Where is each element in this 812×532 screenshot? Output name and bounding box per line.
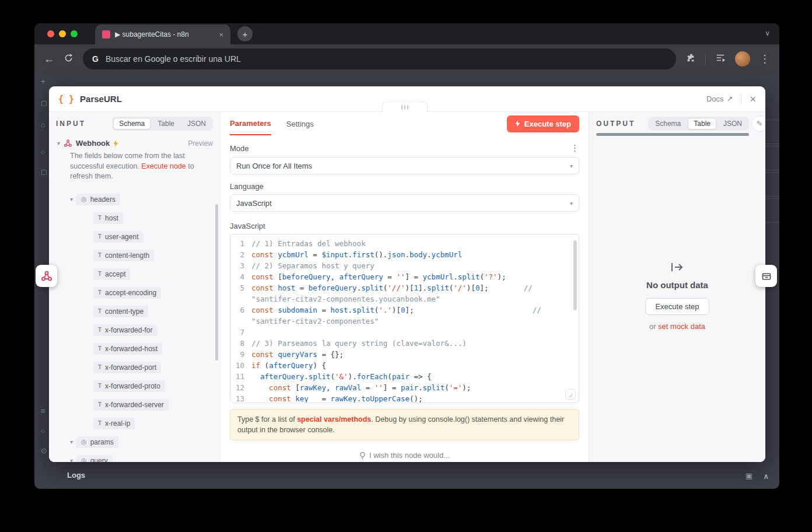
chevron-down-icon[interactable]: ▾ bbox=[70, 439, 73, 445]
output-execute-step-button[interactable]: Execute step bbox=[645, 298, 709, 315]
wish-feedback-link[interactable]: I wish this node would... bbox=[220, 451, 589, 460]
code-line[interactable]: 13 const key = rawKey.toUpperCase(); bbox=[230, 393, 579, 403]
language-select[interactable]: JavaScript ▾ bbox=[230, 194, 579, 212]
schema-field-x-forwarded-server[interactable]: Tx-forwarded-server bbox=[49, 396, 220, 414]
input-scrollbar[interactable] bbox=[215, 204, 218, 360]
new-tab-button[interactable]: + bbox=[237, 26, 253, 41]
schema-field-x-forwarded-host[interactable]: Tx-forwarded-host bbox=[49, 340, 220, 358]
browser-menu-button[interactable]: ⋮ bbox=[760, 54, 770, 64]
code-line[interactable]: 4const [beforeQuery, afterQuery = ''] = … bbox=[230, 271, 579, 282]
output-tab-schema[interactable]: Schema bbox=[649, 118, 687, 130]
chevron-down-icon[interactable]: ▾ bbox=[70, 457, 73, 462]
logs-toggle[interactable]: Logs bbox=[67, 471, 85, 480]
chevron-down-icon[interactable]: ▾ bbox=[70, 196, 73, 202]
schema-field-content-type[interactable]: Tcontent-type bbox=[49, 302, 220, 321]
schema-field-x-forwarded-for[interactable]: Tx-forwarded-for bbox=[49, 321, 220, 340]
code-line[interactable]: 8// 3) Parseamos la query string (clave=… bbox=[230, 338, 579, 349]
edit-output-button[interactable]: ✎ bbox=[751, 116, 765, 132]
sidebar-list-icon[interactable]: ◻ bbox=[41, 167, 47, 176]
input-node-button[interactable] bbox=[36, 265, 57, 287]
maximize-window-button[interactable] bbox=[71, 30, 78, 37]
code-line[interactable]: 1// 1) Entradas del webhook bbox=[230, 238, 579, 249]
output-title: OUTPUT bbox=[596, 120, 635, 128]
output-arrow-icon bbox=[670, 262, 684, 272]
code-line[interactable]: 12 const [rawKey, rawVal = ''] = pair.sp… bbox=[230, 382, 579, 393]
mode-select[interactable]: Run Once for All Items ▾ bbox=[230, 157, 579, 174]
output-tab-json[interactable]: JSON bbox=[718, 118, 748, 130]
expand-editor-icon[interactable]: ◿ bbox=[565, 389, 576, 400]
special-vars-link[interactable]: special vars/methods bbox=[297, 415, 371, 424]
panel-toggle-icon[interactable]: ▣ bbox=[746, 471, 752, 480]
collapse-chevron-icon[interactable]: ∧ bbox=[763, 472, 769, 481]
browser-tab[interactable]: ▶ subagenteCitas - n8n × bbox=[95, 24, 230, 44]
schema-field-x-forwarded-port[interactable]: Tx-forwarded-port bbox=[49, 358, 220, 377]
schema-field-accept[interactable]: Taccept bbox=[49, 265, 220, 284]
profile-avatar[interactable] bbox=[735, 51, 750, 66]
mock-data-row: or set mock data bbox=[589, 322, 765, 331]
panel-drag-handle[interactable] bbox=[382, 102, 428, 113]
schema-field-content-length[interactable]: Tcontent-length bbox=[49, 246, 220, 265]
code-line[interactable]: 5const host = beforeQuery.split('//')[1]… bbox=[230, 282, 579, 304]
sidebar-menu-icon[interactable]: ≡ bbox=[41, 407, 46, 415]
schema-field-host[interactable]: Thost bbox=[49, 209, 220, 228]
output-tab-table[interactable]: Table bbox=[688, 118, 716, 130]
schema-field-user-agent[interactable]: Tuser-agent bbox=[49, 228, 220, 246]
editor-hint-box: Type $ for a list of special vars/method… bbox=[230, 409, 579, 440]
sidebar-home-icon[interactable]: ⌂ bbox=[41, 120, 46, 129]
close-window-button[interactable] bbox=[47, 30, 54, 37]
sidebar-clock-icon[interactable]: ○ bbox=[41, 426, 46, 435]
set-mock-data-link[interactable]: set mock data bbox=[658, 322, 705, 331]
code-line[interactable]: 2const ycbmUrl = $input.first().json.bod… bbox=[230, 249, 579, 260]
extensions-button[interactable] bbox=[685, 52, 696, 65]
schema-group-query[interactable]: ▾◎query bbox=[49, 452, 220, 463]
lightning-icon bbox=[515, 120, 520, 127]
code-line[interactable]: 10if (afterQuery) { bbox=[230, 360, 579, 371]
toolbar-actions: ⋮ bbox=[685, 51, 770, 66]
execute-step-button[interactable]: Execute step bbox=[507, 116, 579, 132]
back-button[interactable]: ← bbox=[44, 54, 54, 64]
code-line[interactable]: 7 bbox=[230, 327, 579, 338]
input-view-tabs: Schema Table JSON bbox=[112, 117, 213, 131]
docs-link[interactable]: Docs↗ bbox=[706, 94, 733, 103]
output-scrollbar[interactable] bbox=[596, 133, 749, 136]
desktop: ▶ subagenteCitas - n8n × + ∨ ← G Buscar … bbox=[0, 0, 812, 532]
tab-parameters[interactable]: Parameters bbox=[230, 112, 271, 135]
schema-group-headers[interactable]: ▾◎headers bbox=[49, 190, 220, 209]
code-line[interactable]: 3// 2) Separamos host y query bbox=[230, 260, 579, 271]
node-detail-modal: { } ParseURL Docs↗ × INPUT Schema Ta bbox=[49, 86, 765, 462]
schema-group-params[interactable]: ▾◎params bbox=[49, 433, 220, 452]
browser-toolbar: ← G Buscar en Google o escribir una URL bbox=[34, 44, 779, 74]
reload-button[interactable] bbox=[64, 53, 74, 65]
address-bar[interactable]: G Buscar en Google o escribir una URL bbox=[83, 48, 676, 69]
input-source-row[interactable]: ▾ Webhook Preview bbox=[49, 135, 220, 148]
input-tab-schema[interactable]: Schema bbox=[113, 118, 150, 130]
schema-field-x-forwarded-proto[interactable]: Tx-forwarded-proto bbox=[49, 377, 220, 396]
media-queue-button[interactable] bbox=[715, 52, 726, 65]
sidebar-panel-icon[interactable]: ◻ bbox=[41, 99, 47, 107]
parameter-options-icon[interactable]: ⋮ bbox=[570, 143, 579, 153]
schema-field-accept-encoding[interactable]: Taccept-encoding bbox=[49, 284, 220, 302]
tab-settings[interactable]: Settings bbox=[286, 120, 314, 128]
input-tab-table[interactable]: Table bbox=[152, 118, 180, 130]
sidebar-add-icon[interactable]: + bbox=[41, 77, 46, 86]
output-node-button[interactable] bbox=[755, 265, 777, 287]
editor-scrollbar[interactable] bbox=[573, 240, 577, 310]
tab-search-chevron-icon[interactable]: ∨ bbox=[765, 29, 770, 37]
schema-field-x-real-ip[interactable]: Tx-real-ip bbox=[49, 414, 220, 433]
input-tab-json[interactable]: JSON bbox=[181, 118, 212, 130]
mode-label: Mode bbox=[230, 144, 249, 153]
tab-close-icon[interactable]: × bbox=[219, 30, 223, 39]
close-modal-icon[interactable]: × bbox=[750, 94, 756, 104]
sidebar-gear-icon[interactable]: ⊙ bbox=[41, 446, 47, 455]
minimize-window-button[interactable] bbox=[59, 30, 66, 37]
code-editor[interactable]: 1// 1) Entradas del webhook2const ycbmUr… bbox=[230, 234, 579, 403]
execute-node-link[interactable]: Execute node bbox=[141, 162, 186, 170]
code-line[interactable]: 9const queryVars = {}; bbox=[230, 349, 579, 360]
chevron-down-icon[interactable]: ▾ bbox=[57, 140, 60, 146]
bulb-icon bbox=[359, 452, 366, 460]
code-line[interactable]: 6const subdomain = host.split('.')[0]; /… bbox=[230, 304, 579, 327]
code-line[interactable]: 11 afterQuery.split('&').forEach(pair =>… bbox=[230, 371, 579, 382]
sidebar-user-icon[interactable]: ○ bbox=[41, 148, 46, 156]
node-title[interactable]: ParseURL bbox=[80, 94, 122, 104]
language-label-row: Language bbox=[230, 182, 579, 191]
